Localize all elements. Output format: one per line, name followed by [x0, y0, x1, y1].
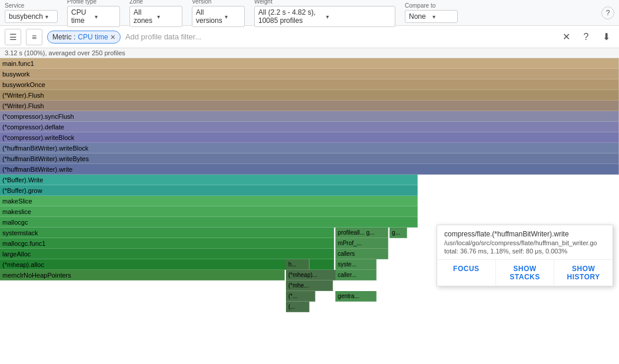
view-toggle-button[interactable]: ☰	[5, 29, 21, 45]
flame-row[interactable]: (*Buffer).grow	[0, 185, 619, 196]
flame-row[interactable]: (...	[0, 302, 619, 312]
metric-chip: Metric : CPU time ×	[47, 31, 121, 44]
close-filter-button[interactable]: ✕	[558, 29, 574, 45]
profile-type-dropdown[interactable]: CPU time ▾	[67, 6, 120, 27]
profile-type-dropdown-group: Profile type CPU time ▾	[67, 0, 120, 27]
flame-cell[interactable]: (*compressor).writeBlock	[0, 132, 619, 143]
flame-cell[interactable]: profileall... g...	[335, 228, 388, 238]
filter-bar: ☰ ≡ Metric : CPU time × Add profile data…	[0, 26, 619, 48]
flame-row[interactable]: (*...gentra...	[0, 291, 619, 302]
flame-row[interactable]: (*Writer).Flush	[0, 101, 619, 111]
flame-cell[interactable]: makeSlice	[0, 196, 418, 206]
version-value: All versions	[196, 8, 222, 25]
weight-label: Weight	[254, 0, 395, 5]
metric-chip-value: CPU time	[78, 33, 108, 41]
version-dropdown[interactable]: All versions ▾	[192, 6, 245, 27]
zone-arrow-icon: ▾	[157, 14, 178, 20]
flame-cell[interactable]: (*huffmanBitWriter).write	[0, 164, 619, 175]
metric-chip-label: Metric :	[52, 33, 75, 41]
weight-dropdown[interactable]: All (2.2 s - 4.82 s), 10085 profiles ▾	[254, 6, 395, 27]
flame-row[interactable]: (*huffmanBitWriter).writeBlock	[0, 143, 619, 153]
service-dropdown[interactable]: busybench ▾	[5, 10, 58, 23]
tooltip-func-name: compress/flate.(*huffmanBitWriter).write	[444, 230, 605, 238]
flamegraph-area: 3.12 s (100%), averaged over 250 profile…	[0, 48, 619, 364]
flame-row[interactable]: makeslice	[0, 206, 619, 217]
compare-arrow-icon: ▾	[432, 14, 454, 20]
tooltip-overlay: compress/flate.(*huffmanBitWriter).write…	[437, 225, 613, 286]
flame-cell[interactable]: callers	[335, 249, 388, 259]
flame-row[interactable]: (*compressor).syncFlush	[0, 111, 619, 122]
flame-cell[interactable]: g...	[390, 228, 407, 238]
flame-cell[interactable]: syste...	[335, 259, 377, 270]
service-dropdown-group: Service busybench ▾	[5, 2, 58, 23]
tooltip-stats: total: 36.76 ms, 1.18%, self: 80 μs, 0.0…	[444, 248, 605, 255]
download-button[interactable]: ⬇	[598, 29, 614, 45]
flame-cell[interactable]: (*Writer).Flush	[0, 101, 619, 111]
flame-row[interactable]: (*compressor).deflate	[0, 122, 619, 132]
compare-label: Compare to	[405, 2, 458, 9]
flame-row[interactable]: (*Buffer).Write	[0, 175, 619, 185]
compare-dropdown-group: Compare to None ▾	[405, 2, 458, 23]
profile-type-arrow-icon: ▾	[95, 14, 116, 20]
zone-dropdown[interactable]: All zones ▾	[129, 6, 182, 27]
flame-row[interactable]: (*huffmanBitWriter).write	[0, 164, 619, 175]
flame-cell[interactable]: gentra...	[335, 291, 377, 302]
tooltip-show-history-button[interactable]: SHOW HISTORY	[554, 260, 613, 286]
service-value: busybench	[9, 12, 43, 21]
flame-cell[interactable]: busywork	[0, 69, 619, 79]
flame-cell[interactable]: mallocgc.func1	[0, 238, 334, 249]
metric-chip-close-icon[interactable]: ×	[111, 32, 115, 42]
weight-arrow-icon: ▾	[326, 14, 391, 20]
service-label: Service	[5, 2, 58, 9]
flame-row[interactable]: busyworkOnce	[0, 79, 619, 90]
flame-cell[interactable]: (*huffmanBitWriter).writeBlock	[0, 143, 619, 153]
tooltip-show-stacks-button[interactable]: SHOW STACKS	[496, 260, 555, 286]
flame-cell[interactable]: mallocgc	[0, 217, 418, 228]
flame-cell[interactable]: (*Buffer).Write	[0, 175, 418, 185]
profile-type-value: CPU time	[71, 8, 92, 25]
flame-row[interactable]: main.func1	[0, 58, 619, 69]
flame-row[interactable]: busywork	[0, 69, 619, 79]
flame-cell[interactable]: caller...	[335, 270, 377, 280]
flame-cell[interactable]: (*Writer).Flush	[0, 90, 619, 101]
flame-cell[interactable]: memclrNoHeapPointers	[0, 270, 285, 280]
flame-cell[interactable]: main.func1	[0, 58, 619, 69]
flame-cell[interactable]: systemstack	[0, 228, 334, 238]
compare-dropdown[interactable]: None ▾	[405, 10, 458, 23]
tooltip-actions: FOCUS SHOW STACKS SHOW HISTORY	[437, 260, 613, 286]
flame-cell[interactable]: (*mheap).alloc	[0, 259, 334, 270]
filter-bar-actions: ✕ ? ⬇	[558, 29, 614, 45]
compare-value: None	[409, 12, 430, 21]
profile-type-label: Profile type	[67, 0, 120, 5]
flame-cell[interactable]: (*...	[286, 291, 315, 302]
flame-cell[interactable]: mProf_...	[335, 238, 388, 249]
zone-label: Zone	[129, 0, 182, 5]
flame-row[interactable]: (*Writer).Flush	[0, 90, 619, 101]
filter-input[interactable]: Add profile data filter...	[125, 32, 553, 41]
flame-cell[interactable]: busyworkOnce	[0, 79, 619, 90]
filter-options-button[interactable]: ≡	[26, 29, 42, 45]
flame-cell[interactable]: largeAlloc	[0, 249, 334, 259]
flame-cell[interactable]: (*Buffer).grow	[0, 185, 418, 196]
top-help-button[interactable]: ?	[601, 6, 614, 19]
version-dropdown-group: Version All versions ▾	[192, 0, 245, 27]
flame-cell[interactable]: (*mhe...	[286, 280, 333, 291]
flame-cell[interactable]: (*mheap)...	[286, 270, 339, 280]
tooltip-focus-button[interactable]: FOCUS	[437, 260, 496, 286]
flame-row[interactable]: makeSlice	[0, 196, 619, 206]
flame-cell[interactable]: (*compressor).syncFlush	[0, 111, 619, 122]
flame-row[interactable]: (*huffmanBitWriter).writeBytes	[0, 153, 619, 164]
help-button[interactable]: ?	[578, 29, 594, 45]
flame-cell[interactable]: (...	[286, 302, 310, 312]
zone-dropdown-group: Zone All zones ▾	[129, 0, 182, 27]
version-arrow-icon: ▾	[225, 14, 241, 20]
flame-cell[interactable]: (*huffmanBitWriter).writeBytes	[0, 153, 619, 164]
flame-cell[interactable]: (*compressor).deflate	[0, 122, 619, 132]
flame-cell[interactable]: makeslice	[0, 206, 418, 217]
tooltip-file-path: /usr/local/go/src/compress/flate/huffman…	[444, 239, 605, 246]
flame-row[interactable]: (*compressor).writeBlock	[0, 132, 619, 143]
tooltip-content: compress/flate.(*huffmanBitWriter).write…	[437, 225, 613, 260]
version-label: Version	[192, 0, 245, 5]
top-bar: Service busybench ▾ Profile type CPU tim…	[0, 0, 619, 26]
flame-cell[interactable]: h...	[286, 259, 310, 270]
